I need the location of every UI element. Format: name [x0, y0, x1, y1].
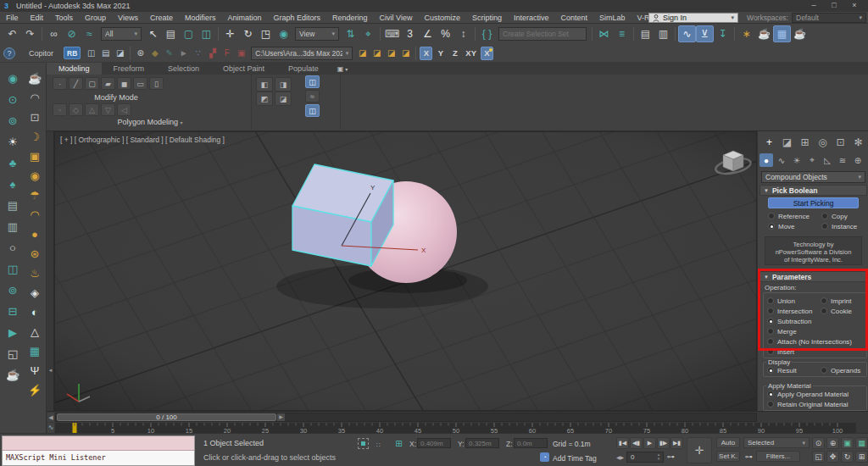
undo-button[interactable]: ↶	[3, 25, 21, 42]
start-picking-button[interactable]: Start Picking	[768, 197, 859, 208]
key-icon[interactable]: ⊶	[667, 452, 675, 461]
previous-frame-arrow[interactable]: ◀	[47, 413, 54, 422]
folder-button-2[interactable]: ◪	[370, 46, 384, 60]
plant-image-icon[interactable]: ▥	[4, 218, 22, 236]
tab-modeling[interactable]: Modeling	[47, 63, 102, 75]
hot-spring-icon[interactable]: ♨	[26, 264, 44, 282]
pan-button[interactable]: ✥	[826, 451, 839, 463]
filters-button[interactable]: Filters...	[756, 451, 800, 462]
binoculars-icon[interactable]: ◉	[26, 167, 44, 185]
retain-original-material-radio[interactable]: Retain Original Material	[767, 400, 863, 408]
snap-toggle-3d-button[interactable]: 3	[401, 25, 419, 42]
ribbon-button-poly-row1-0[interactable]: ∙	[53, 77, 67, 90]
panel-tab-display[interactable]: ⊡	[833, 135, 848, 149]
panel-tab-utilities[interactable]: ✻	[851, 135, 865, 149]
keyboard-shortcut-override-button[interactable]: ⌨	[383, 25, 401, 42]
workspaces-dropdown[interactable]: Default ▾	[792, 13, 866, 23]
star-plugin-button[interactable]: ◆	[147, 46, 162, 60]
rb-button[interactable]: RB	[64, 47, 81, 59]
macro-recorder-pane[interactable]	[3, 436, 194, 451]
teapot-icon[interactable]: ☕	[4, 366, 22, 384]
edit-named-selection-sets-button[interactable]: { }	[478, 25, 496, 42]
select-and-move-button[interactable]: ✛	[221, 25, 239, 42]
axis-constraint-y[interactable]: Y	[434, 47, 447, 60]
move-radio[interactable]: Move	[768, 222, 821, 230]
zoom-extents-all-button[interactable]: ▦	[855, 437, 868, 449]
dots-plugin-button[interactable]: ∵	[191, 46, 205, 60]
folder-button-1[interactable]: ◪	[355, 46, 370, 60]
window-crossing-button[interactable]: ◫	[198, 25, 215, 42]
ribbon-button-p2-grid-2[interactable]: ◩	[256, 92, 273, 106]
zoom-all-button[interactable]: ⊕	[826, 437, 839, 449]
select-object-button[interactable]: ↖	[144, 25, 162, 42]
camera-icon[interactable]: ◉	[4, 69, 22, 87]
lightning-icon[interactable]: ⚡	[26, 381, 44, 399]
imprint-radio[interactable]: Imprint	[821, 297, 863, 305]
orbit-button[interactable]: ↻	[841, 451, 854, 463]
tab-populate[interactable]: Populate	[276, 63, 331, 75]
ribbon-button-poly-row2-2[interactable]: △	[85, 103, 99, 116]
panel-tab-modify[interactable]: ◪	[780, 135, 794, 149]
zoom-extents-button[interactable]: ▣	[841, 437, 854, 449]
polygon-modeling-label[interactable]: Polygon Modeling ▾	[48, 118, 252, 126]
ring-icon[interactable]: ○	[4, 239, 22, 257]
grass-icon[interactable]: Ψ	[26, 362, 44, 380]
zoom-region-button[interactable]: ◱	[812, 451, 825, 463]
menu-graph-editors[interactable]: Graph Editors	[267, 12, 326, 24]
maximize-viewport-button[interactable]: ⊞	[855, 451, 868, 463]
dome-light-icon[interactable]: ◠	[26, 206, 44, 224]
window-icon[interactable]: ◱	[4, 345, 22, 363]
menu-animation[interactable]: Animation	[221, 12, 267, 24]
category-shapes[interactable]: ∿	[775, 153, 788, 167]
film-camera-icon[interactable]: ▣	[26, 147, 44, 165]
select-and-manipulate-button[interactable]: ⌖	[359, 25, 377, 42]
named-selection-sets-input[interactable]	[498, 27, 587, 41]
bind-to-space-warp-button[interactable]: ≈	[81, 25, 98, 42]
absolute-mode-icon[interactable]: ⊞	[393, 438, 404, 449]
minimize-icon[interactable]: –	[804, 0, 824, 11]
pick-boolean-rollout-header[interactable]: ▼ Pick Boolean	[760, 185, 867, 196]
folder-button-4[interactable]: ◪	[398, 46, 413, 60]
light-bulb-icon[interactable]: ⊚	[4, 112, 22, 130]
menu-customize[interactable]: Customize	[418, 12, 466, 24]
auto-key-button[interactable]: Auto	[716, 437, 740, 448]
panel-tab-hierarchy[interactable]: ⊞	[798, 135, 812, 149]
parameters-rollout-header[interactable]: ▼ Parameters	[760, 271, 867, 282]
category-space-warps[interactable]: ≋	[836, 153, 849, 167]
panel-tab-motion[interactable]: ◎	[815, 135, 830, 149]
project-path-dropdown[interactable]: C:\Users\Ara...3ds Max 2021 ▾	[251, 47, 353, 60]
spinner-snap-toggle-button[interactable]: ↕	[454, 25, 472, 42]
film-strip-button[interactable]: ◫	[84, 46, 98, 60]
next-frame-button[interactable]: ▮▶	[657, 437, 670, 449]
axis-constraint-z[interactable]: Z	[448, 47, 461, 60]
ribbon-display-toggle[interactable]: ▣ ▾	[337, 63, 348, 75]
copy-radio[interactable]: Copy	[821, 212, 863, 220]
reference-coordinate-system-dropdown[interactable]: View▾	[295, 27, 339, 41]
align-button[interactable]: ≡	[613, 25, 631, 42]
tab-object-paint[interactable]: Object Paint	[211, 63, 276, 75]
add-time-tag-button[interactable]: Add Time Tag	[553, 454, 597, 463]
reference-radio[interactable]: Reference	[768, 212, 821, 220]
category-cameras[interactable]: ⌖	[805, 153, 819, 167]
select-and-rotate-button[interactable]: ↻	[239, 25, 257, 42]
moon-icon[interactable]: ◐	[26, 303, 44, 321]
help-icon[interactable]: ?	[3, 47, 15, 59]
toggle-layer-explorer-button[interactable]: ▤	[637, 25, 654, 42]
ribbon-button-poly-row1-6[interactable]: ▯	[149, 77, 164, 90]
schematic-view-button[interactable]: ⊻	[696, 25, 714, 42]
tree-icon[interactable]: ♠	[4, 175, 22, 193]
box-object[interactable]	[292, 164, 393, 266]
merge-radio[interactable]: Merge	[767, 327, 863, 336]
spinner-arrows-icon[interactable]: ▴▾	[655, 452, 662, 462]
go-to-start-button[interactable]: ▮◀	[616, 437, 629, 449]
ribbon-button-p2-grid-1[interactable]: ◨	[275, 77, 292, 92]
time-slider-track[interactable]: 0 / 100 ▶	[55, 413, 757, 422]
next-frame-arrow[interactable]: ▶	[277, 413, 285, 421]
mountain-icon[interactable]: △	[26, 323, 44, 341]
ribbon-button-p2-grid-0[interactable]: ◧	[256, 77, 273, 92]
projector-icon[interactable]: ⊙	[4, 91, 22, 108]
select-and-scale-button[interactable]: ◳	[257, 25, 275, 42]
category-geometry[interactable]: ●	[760, 153, 773, 167]
ribbon-stack-button-2[interactable]: ◫	[305, 104, 320, 117]
sun-icon[interactable]: ☀	[4, 133, 22, 151]
